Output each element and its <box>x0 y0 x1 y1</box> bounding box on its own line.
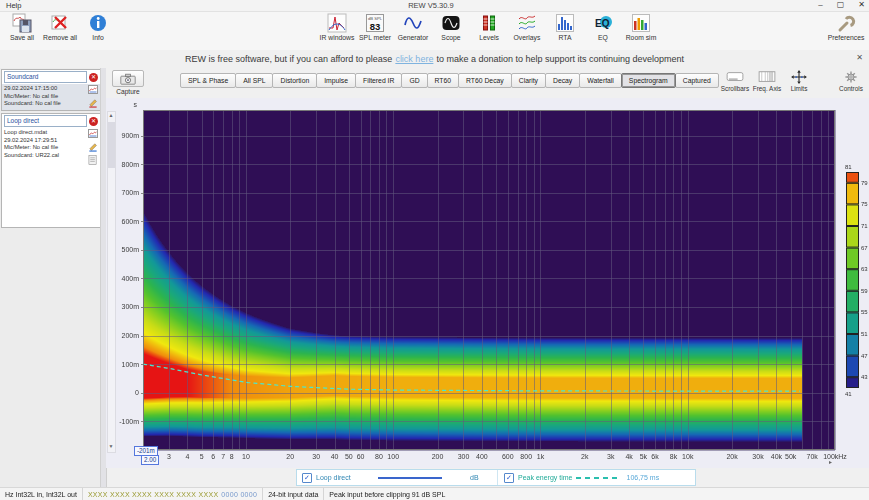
scope-label: Scope <box>441 34 460 41</box>
save-all-icon <box>12 13 32 33</box>
generator-button[interactable]: Generator <box>395 13 431 41</box>
measurement-name-field[interactable]: Loop direct <box>4 115 87 127</box>
overlays-label: Overlays <box>514 34 541 41</box>
info-label: Info <box>92 34 103 41</box>
preferences-icon <box>836 13 856 33</box>
tab-captured[interactable]: Captured <box>675 73 719 88</box>
graph-buttons: ScrollbarsFreq. AxisLimits <box>719 70 815 92</box>
controls-button[interactable]: Controls <box>835 70 867 92</box>
donation-close-icon[interactable]: ✕ <box>856 53 863 62</box>
peak-energy-value: 106,75 ms <box>626 474 659 481</box>
tab-decay[interactable]: Decay <box>545 73 580 88</box>
spectrogram-canvas[interactable] <box>106 98 869 468</box>
levels-label: Levels <box>479 34 499 41</box>
info-icon <box>88 13 108 33</box>
tab-rt60[interactable]: RT60 <box>427 73 460 88</box>
window-maximize-button[interactable]: ▢ <box>837 0 845 9</box>
donation-link[interactable]: click here <box>395 54 433 64</box>
graph-tab-strip: SPL & PhaseAll SPLDistortionImpulseFilte… <box>180 73 718 88</box>
scope-button[interactable]: Scope <box>433 13 469 41</box>
thumbnail-icon[interactable] <box>88 129 98 138</box>
capture-button[interactable]: Capture <box>112 70 144 95</box>
loop-direct-unit: dB <box>470 474 479 481</box>
rta-label: RTA <box>559 34 572 41</box>
donation-text-pre: REW is free software, but if you can aff… <box>185 54 392 64</box>
loop-direct-checkbox[interactable] <box>302 473 312 483</box>
legend-peak-energy: Peak energy time 106,75 ms <box>498 473 659 483</box>
vertical-scrollbar[interactable] <box>107 111 116 453</box>
window-title: REW V5.30.9 <box>408 1 453 10</box>
pencil-red-icon[interactable] <box>88 97 98 108</box>
ir-windows-button[interactable]: IR windows <box>319 13 355 41</box>
measurement-list: Soundcard✕29.02.2024 17:15:00Mic/Meter: … <box>0 69 106 228</box>
limits-button[interactable]: Limits <box>783 70 815 92</box>
info-button[interactable]: Info <box>80 13 116 41</box>
delete-measurement-icon[interactable]: ✕ <box>89 117 98 126</box>
remove-all-button[interactable]: Remove all <box>42 13 78 41</box>
thumbnail-icon[interactable] <box>88 85 98 94</box>
window-minimize-button[interactable]: – <box>818 0 822 9</box>
pencil-blue-icon[interactable] <box>88 141 98 152</box>
preferences-label: Preferences <box>828 34 865 41</box>
tab-impulse[interactable]: Impulse <box>316 73 356 88</box>
x-axis-min-limit-box[interactable]: 2.00 <box>141 455 159 465</box>
measurements-panel: Soundcard✕29.02.2024 17:15:00Mic/Meter: … <box>0 68 107 487</box>
overlays-button[interactable]: Overlays <box>509 13 545 41</box>
toolbar-left-group: Save allRemove allInfo <box>3 12 117 42</box>
scroll-down-icon[interactable]: ▼ <box>109 444 114 449</box>
room-sim-icon <box>631 13 651 33</box>
graph-controls-bar: Capture SPL & PhaseAll SPLDistortionImpu… <box>106 68 869 98</box>
legend-loop-direct: Loop direct dB <box>297 470 498 485</box>
scroll-up-icon[interactable]: ▲ <box>109 113 114 118</box>
tab-filtered-ir[interactable]: Filtered IR <box>355 73 402 88</box>
freq-axis-button[interactable]: Freq. Axis <box>751 70 783 92</box>
capture-label: Capture <box>116 88 139 95</box>
scrollbars-button[interactable]: Scrollbars <box>719 70 751 92</box>
generator-label: Generator <box>398 34 429 41</box>
preferences-button[interactable]: Preferences <box>828 13 864 41</box>
gear-icon <box>842 70 860 84</box>
tab-gd[interactable]: GD <box>401 73 427 88</box>
rta-button[interactable]: RTA <box>547 13 583 41</box>
spl-meter-button[interactable]: dB SPL83SPL meter <box>357 13 393 41</box>
levels-button[interactable]: Levels <box>471 13 507 41</box>
ir-windows-icon <box>327 13 347 33</box>
peak-energy-checkbox[interactable] <box>504 473 514 483</box>
overlays-icon <box>517 13 537 33</box>
sample-format-status: Hz Int32L in, Int32L out <box>0 488 83 500</box>
peak-energy-label: Peak energy time <box>518 474 572 481</box>
tab-rt60-decay[interactable]: RT60 Decay <box>458 73 512 88</box>
scope-icon <box>441 13 461 33</box>
window-controls: –▢✕ <box>818 0 865 9</box>
save-all-label: Save all <box>10 34 34 41</box>
peak-energy-line-sample <box>576 477 618 479</box>
status-bar: Hz Int32L in, Int32L out XXXX XXXX XXXX … <box>0 487 869 500</box>
input-bits-zero: 0000 0000 <box>221 491 257 498</box>
save-all-button[interactable]: Save all <box>4 13 40 41</box>
tab-spectrogram[interactable]: Spectrogram <box>621 73 676 88</box>
tab-all-spl[interactable]: All SPL <box>235 73 273 88</box>
measurement-card-soundcard[interactable]: Soundcard✕29.02.2024 17:15:00Mic/Meter: … <box>1 69 101 111</box>
loop-direct-line-sample <box>378 477 442 479</box>
measurement-details: 29.02.2024 17:15:00Mic/Meter: No cal fil… <box>4 85 85 108</box>
scrollbars-icon <box>726 70 744 84</box>
notes-icon[interactable] <box>88 155 98 166</box>
tab-distortion[interactable]: Distortion <box>272 73 317 88</box>
menu-help[interactable]: Help <box>0 1 58 10</box>
eq-button[interactable]: EQEQ <box>585 13 621 41</box>
tab-waterfall[interactable]: Waterfall <box>579 73 622 88</box>
vertical-scrollbar-thumb[interactable] <box>108 122 115 168</box>
measurement-card-loop-direct[interactable]: Loop direct✕Loop direct.mdat29.02.2024 1… <box>1 113 101 228</box>
scroll-right-icon[interactable]: ► <box>828 460 833 465</box>
delete-measurement-icon[interactable]: ✕ <box>89 73 98 82</box>
room-sim-button[interactable]: Room sim <box>623 13 659 41</box>
tab-spl-phase[interactable]: SPL & Phase <box>180 73 236 88</box>
tab-clarity[interactable]: Clarity <box>511 73 546 88</box>
freq-axis-icon <box>758 70 776 84</box>
toolbar-center-group: IR windowsdB SPL83SPL meterGeneratorScop… <box>318 12 660 42</box>
input-bits-status: XXXX XXXX XXXX XXXX XXXX XXXX 0000 0000 <box>83 488 263 500</box>
donation-banner: REW is free software, but if you can aff… <box>0 50 869 68</box>
rta-icon <box>555 13 575 33</box>
measurement-name-field[interactable]: Soundcard <box>4 71 87 83</box>
window-close-button[interactable]: ✕ <box>858 0 865 9</box>
